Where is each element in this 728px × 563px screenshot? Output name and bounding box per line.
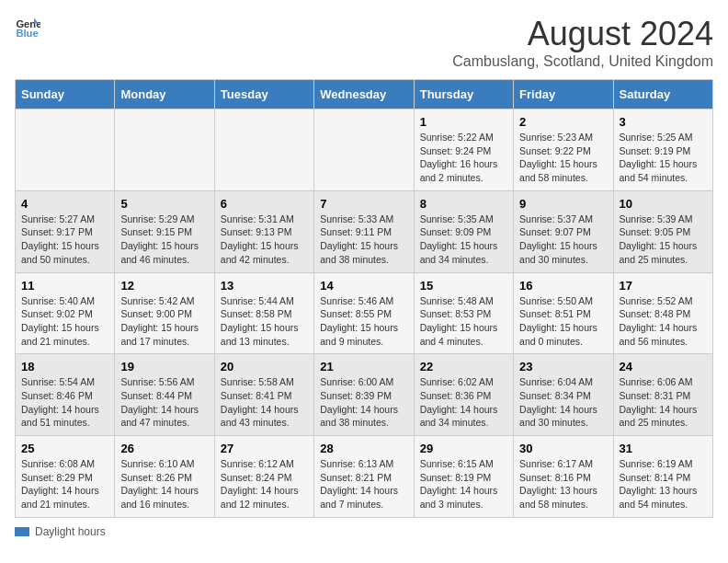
calendar-cell: 21Sunrise: 6:00 AM Sunset: 8:39 PM Dayli… [314, 354, 414, 436]
calendar-week-5: 25Sunrise: 6:08 AM Sunset: 8:29 PM Dayli… [16, 436, 713, 518]
calendar-cell [314, 109, 414, 191]
day-info: Sunrise: 5:52 AM Sunset: 8:48 PM Dayligh… [620, 294, 707, 349]
day-header-thursday: Thursday [414, 80, 513, 109]
calendar-cell: 26Sunrise: 6:10 AM Sunset: 8:26 PM Dayli… [115, 436, 214, 518]
day-number: 3 [620, 115, 707, 129]
calendar-cell: 20Sunrise: 5:58 AM Sunset: 8:41 PM Dayli… [214, 354, 313, 436]
day-info: Sunrise: 6:06 AM Sunset: 8:31 PM Dayligh… [620, 375, 707, 430]
calendar-cell: 4Sunrise: 5:27 AM Sunset: 9:17 PM Daylig… [16, 190, 115, 272]
day-number: 28 [320, 442, 407, 455]
calendar-cell: 30Sunrise: 6:17 AM Sunset: 8:16 PM Dayli… [514, 436, 613, 518]
day-number: 22 [420, 360, 507, 373]
day-info: Sunrise: 5:27 AM Sunset: 9:17 PM Dayligh… [21, 213, 108, 267]
day-info: Sunrise: 5:46 AM Sunset: 8:55 PM Dayligh… [320, 294, 407, 349]
calendar-week-1: 1Sunrise: 5:22 AM Sunset: 9:24 PM Daylig… [16, 109, 713, 191]
calendar-week-3: 11Sunrise: 5:40 AM Sunset: 9:02 PM Dayli… [16, 272, 713, 354]
day-number: 2 [519, 115, 607, 129]
day-info: Sunrise: 6:04 AM Sunset: 8:34 PM Dayligh… [519, 375, 607, 430]
day-info: Sunrise: 6:19 AM Sunset: 8:14 PM Dayligh… [620, 457, 707, 511]
calendar-cell: 10Sunrise: 5:39 AM Sunset: 9:05 PM Dayli… [613, 190, 712, 272]
calendar-week-4: 18Sunrise: 5:54 AM Sunset: 8:46 PM Dayli… [16, 354, 713, 436]
header: General Blue August 2024 Cambuslang, Sco… [15, 15, 713, 70]
calendar-cell: 23Sunrise: 6:04 AM Sunset: 8:34 PM Dayli… [514, 354, 613, 436]
day-info: Sunrise: 5:50 AM Sunset: 8:51 PM Dayligh… [519, 294, 607, 349]
day-number: 6 [221, 197, 308, 211]
day-number: 30 [519, 442, 607, 455]
day-number: 4 [21, 197, 108, 211]
day-info: Sunrise: 5:44 AM Sunset: 8:58 PM Dayligh… [221, 294, 308, 349]
calendar-cell: 11Sunrise: 5:40 AM Sunset: 9:02 PM Dayli… [16, 272, 115, 354]
calendar-cell: 1Sunrise: 5:22 AM Sunset: 9:24 PM Daylig… [414, 109, 513, 191]
day-header-wednesday: Wednesday [314, 80, 414, 109]
day-number: 16 [519, 279, 607, 293]
logo-icon: General Blue [15, 15, 40, 40]
calendar-cell: 13Sunrise: 5:44 AM Sunset: 8:58 PM Dayli… [214, 272, 313, 354]
day-info: Sunrise: 6:02 AM Sunset: 8:36 PM Dayligh… [420, 375, 507, 430]
calendar-cell: 7Sunrise: 5:33 AM Sunset: 9:11 PM Daylig… [314, 190, 414, 272]
day-info: Sunrise: 5:22 AM Sunset: 9:24 PM Dayligh… [420, 131, 507, 185]
title-area: August 2024 Cambuslang, Scotland, United… [452, 15, 713, 70]
day-number: 12 [120, 279, 208, 293]
day-info: Sunrise: 5:25 AM Sunset: 9:19 PM Dayligh… [620, 131, 707, 185]
day-info: Sunrise: 6:00 AM Sunset: 8:39 PM Dayligh… [320, 375, 407, 430]
calendar-cell: 31Sunrise: 6:19 AM Sunset: 8:14 PM Dayli… [613, 436, 712, 518]
day-number: 19 [120, 360, 208, 373]
page-subtitle: Cambuslang, Scotland, United Kingdom [452, 53, 713, 70]
calendar-cell: 18Sunrise: 5:54 AM Sunset: 8:46 PM Dayli… [16, 354, 115, 436]
calendar-cell: 24Sunrise: 6:06 AM Sunset: 8:31 PM Dayli… [613, 354, 712, 436]
day-number: 23 [519, 360, 607, 373]
day-info: Sunrise: 5:48 AM Sunset: 8:53 PM Dayligh… [420, 294, 507, 349]
day-number: 8 [420, 197, 507, 211]
day-info: Sunrise: 5:33 AM Sunset: 9:11 PM Dayligh… [320, 213, 407, 267]
calendar-cell: 25Sunrise: 6:08 AM Sunset: 8:29 PM Dayli… [16, 436, 115, 518]
calendar-cell: 9Sunrise: 5:37 AM Sunset: 9:07 PM Daylig… [514, 190, 613, 272]
day-header-saturday: Saturday [613, 80, 712, 109]
calendar-cell: 15Sunrise: 5:48 AM Sunset: 8:53 PM Dayli… [414, 272, 513, 354]
calendar-cell: 8Sunrise: 5:35 AM Sunset: 9:09 PM Daylig… [414, 190, 513, 272]
day-info: Sunrise: 5:29 AM Sunset: 9:15 PM Dayligh… [120, 213, 208, 267]
day-number: 11 [21, 279, 108, 293]
logo: General Blue [15, 15, 40, 40]
calendar-table: SundayMondayTuesdayWednesdayThursdayFrid… [15, 79, 713, 518]
day-info: Sunrise: 6:15 AM Sunset: 8:19 PM Dayligh… [420, 457, 507, 511]
day-header-friday: Friday [514, 80, 613, 109]
day-number: 29 [420, 442, 507, 455]
calendar-week-2: 4Sunrise: 5:27 AM Sunset: 9:17 PM Daylig… [16, 190, 713, 272]
day-info: Sunrise: 6:13 AM Sunset: 8:21 PM Dayligh… [320, 457, 407, 511]
legend-label: Daylight hours [35, 525, 106, 538]
calendar-cell: 3Sunrise: 5:25 AM Sunset: 9:19 PM Daylig… [613, 109, 712, 191]
calendar-cell: 12Sunrise: 5:42 AM Sunset: 9:00 PM Dayli… [115, 272, 214, 354]
day-info: Sunrise: 5:40 AM Sunset: 9:02 PM Dayligh… [21, 294, 108, 349]
calendar-cell: 22Sunrise: 6:02 AM Sunset: 8:36 PM Dayli… [414, 354, 513, 436]
day-info: Sunrise: 5:54 AM Sunset: 8:46 PM Dayligh… [21, 375, 108, 430]
day-info: Sunrise: 6:08 AM Sunset: 8:29 PM Dayligh… [21, 457, 108, 511]
day-number: 7 [320, 197, 407, 211]
day-number: 25 [21, 442, 108, 455]
day-info: Sunrise: 6:17 AM Sunset: 8:16 PM Dayligh… [519, 457, 607, 511]
day-number: 26 [120, 442, 208, 455]
day-number: 13 [221, 279, 308, 293]
day-number: 5 [120, 197, 208, 211]
calendar-cell: 16Sunrise: 5:50 AM Sunset: 8:51 PM Dayli… [514, 272, 613, 354]
day-number: 17 [620, 279, 707, 293]
calendar-cell: 19Sunrise: 5:56 AM Sunset: 8:44 PM Dayli… [115, 354, 214, 436]
day-number: 21 [320, 360, 407, 373]
day-info: Sunrise: 5:37 AM Sunset: 9:07 PM Dayligh… [519, 213, 607, 267]
calendar-cell: 17Sunrise: 5:52 AM Sunset: 8:48 PM Dayli… [613, 272, 712, 354]
calendar-cell: 2Sunrise: 5:23 AM Sunset: 9:22 PM Daylig… [514, 109, 613, 191]
svg-text:Blue: Blue [16, 28, 38, 39]
day-info: Sunrise: 5:58 AM Sunset: 8:41 PM Dayligh… [221, 375, 308, 430]
day-info: Sunrise: 5:31 AM Sunset: 9:13 PM Dayligh… [221, 213, 308, 267]
legend-color-box [15, 527, 29, 536]
day-info: Sunrise: 6:10 AM Sunset: 8:26 PM Dayligh… [120, 457, 208, 511]
page-title: August 2024 [452, 15, 713, 53]
day-header-monday: Monday [115, 80, 214, 109]
day-number: 18 [21, 360, 108, 373]
day-info: Sunrise: 5:42 AM Sunset: 9:00 PM Dayligh… [120, 294, 208, 349]
day-number: 24 [620, 360, 707, 373]
calendar-cell [115, 109, 214, 191]
day-number: 15 [420, 279, 507, 293]
calendar-cell [16, 109, 115, 191]
calendar-cell: 27Sunrise: 6:12 AM Sunset: 8:24 PM Dayli… [214, 436, 313, 518]
day-number: 14 [320, 279, 407, 293]
